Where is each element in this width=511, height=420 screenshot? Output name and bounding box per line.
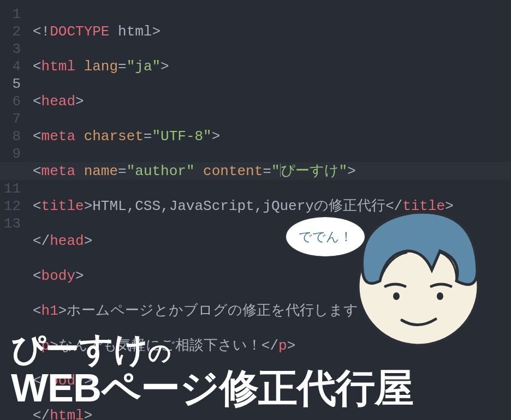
line-number: 7 <box>0 110 21 128</box>
svg-point-2 <box>437 292 443 300</box>
particle-text: の <box>148 340 171 365</box>
line-number: 11 <box>0 180 21 197</box>
line-number: 1 <box>0 5 21 23</box>
code-line[interactable]: <head> <box>33 93 511 110</box>
code-line[interactable]: <meta charset="UTF-8"> <box>33 128 511 145</box>
line-number: 6 <box>0 93 21 110</box>
line-number: 8 <box>0 128 21 145</box>
line-number: 12 <box>0 197 21 215</box>
line-number: 13 <box>0 215 21 232</box>
author-name: ぴーすけ <box>11 330 148 368</box>
line-number: 2 <box>0 23 21 40</box>
line-number: 9 <box>0 145 21 163</box>
line-number: 4 <box>0 58 21 75</box>
line-number: 3 <box>0 40 21 58</box>
code-line[interactable]: <!DOCTYPE html> <box>33 23 511 40</box>
promo-title-line2: WEBページ修正代行屋 <box>11 368 413 409</box>
promo-title: ぴーすけの WEBページ修正代行屋 <box>11 331 413 409</box>
line-number-active: 5 <box>0 75 21 93</box>
svg-point-1 <box>393 292 400 300</box>
promo-title-line1: ぴーすけの <box>11 331 413 368</box>
code-line-active[interactable]: <meta name="author" content="ぴーすけ"> <box>0 163 511 180</box>
avatar-icon <box>347 199 489 352</box>
code-line[interactable]: <html lang="ja"> <box>33 58 511 75</box>
speech-bubble-text: ででん！ <box>299 228 353 245</box>
